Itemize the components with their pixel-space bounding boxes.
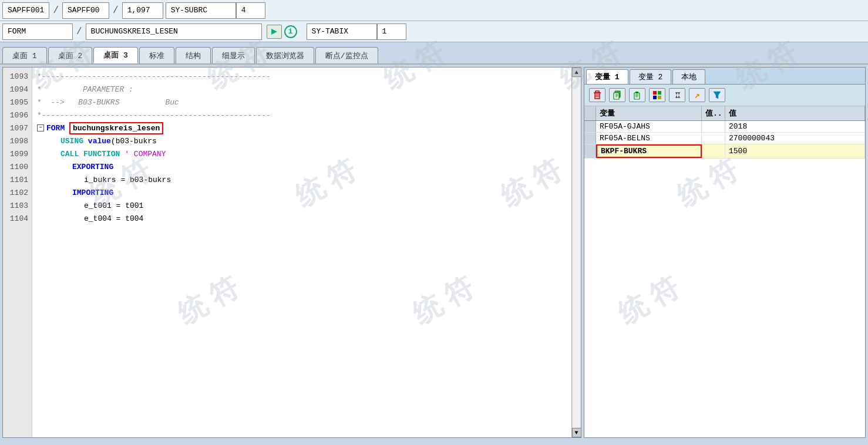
tab-desktop-3[interactable]: 桌面 3 — [93, 47, 138, 63]
tab-structure[interactable]: 结构 — [176, 47, 211, 63]
tab-data-browser[interactable]: 数据浏览器 — [256, 47, 314, 63]
tab-desktop-2[interactable]: 桌面 2 — [48, 47, 93, 63]
col-header-valtype: 值.. — [702, 106, 725, 120]
svg-rect-19 — [653, 96, 657, 99]
row-3-name: BKPF-BUKRS — [596, 144, 702, 158]
code-line-1100: EXPORTING — [37, 160, 571, 173]
scroll-up-btn[interactable]: ▲ — [572, 68, 581, 77]
line-1093: 1093 — [3, 70, 32, 83]
row-2-name: RF05A-BELNS — [596, 133, 702, 144]
paste-button[interactable] — [629, 88, 645, 102]
tab-desktop-1[interactable]: 桌面 1 — [2, 47, 47, 63]
row-3-valtype — [702, 144, 725, 158]
row-2-indicator — [584, 133, 596, 144]
code-line-1101: i_bukrs = b03-bukrs — [37, 173, 571, 186]
delete-button[interactable] — [589, 88, 605, 102]
line-numbers: 1093 1094 1095 1096 1097 1098 1099 1100 … — [3, 68, 32, 437]
svg-rect-13 — [635, 92, 638, 93]
row-1-value: 2018 — [725, 121, 865, 132]
line-1101: 1101 — [3, 173, 32, 186]
vars-table: 变量 值.. 值 RF05A-GJAHS 2018 RF05A-BELNS 27… — [584, 106, 865, 437]
color-box-button[interactable] — [649, 88, 665, 102]
tab-detail-view[interactable]: 细显示 — [212, 47, 255, 63]
go-button[interactable] — [267, 25, 282, 39]
sy-subrc-label: SY-SUBRC — [166, 2, 236, 19]
header-row-2: FORM / BUCHUNGSKREIS_LESEN i SY-TABIX 1 — [0, 21, 868, 42]
vars-table-header: 变量 值.. 值 — [584, 106, 865, 121]
vars-tab-1[interactable]: 变量 1 — [586, 69, 628, 84]
svg-marker-24 — [678, 95, 680, 98]
code-panel: 1093 1094 1095 1096 1097 1098 1099 1100 … — [2, 67, 581, 438]
header-row-1: SAPFF001 / SAPFF00 / 1,097 SY-SUBRC 4 — [0, 0, 868, 21]
program-name-1: SAPFF001 — [2, 2, 49, 19]
vars-tab-2[interactable]: 变量 2 — [630, 69, 672, 84]
svg-marker-22 — [675, 95, 678, 98]
line-number-display: 1,097 — [122, 2, 163, 19]
sy-tabix-value: 1 — [377, 23, 406, 40]
tab-standard[interactable]: 标准 — [139, 47, 174, 63]
col-header-value: 值 — [725, 106, 865, 120]
form-name-highlighted: buchungskreis_lesen — [69, 122, 163, 134]
sep-1: / — [49, 5, 62, 16]
filter-button[interactable] — [709, 88, 725, 102]
row-2-value: 2700000043 — [725, 133, 865, 144]
scroll-down-btn[interactable]: ▼ — [572, 428, 581, 437]
vars-tab-bar: 变量 1 变量 2 本地 — [584, 68, 865, 85]
export-button[interactable]: ↗ — [689, 88, 705, 102]
code-line-1094: * PARAMETER : — [37, 83, 571, 96]
vars-toolbar: ↗ — [584, 85, 865, 106]
vars-panel: 变量 1 变量 2 本地 — [584, 67, 866, 438]
row-3-indicator — [584, 144, 596, 158]
vars-tab-local[interactable]: 本地 — [672, 69, 705, 84]
sep-3: / — [73, 26, 86, 37]
row-3-value: 1500 — [725, 144, 865, 158]
row-2-valtype — [702, 133, 725, 144]
svg-rect-17 — [653, 91, 657, 95]
code-area: 1093 1094 1095 1096 1097 1098 1099 1100 … — [3, 68, 581, 437]
tab-breakpoints[interactable]: 断点/监控点 — [315, 47, 378, 63]
line-1102: 1102 — [3, 186, 32, 199]
line-1094: 1094 — [3, 83, 32, 96]
code-line-1098: USING value (b03-bukrs — [37, 134, 571, 147]
svg-marker-21 — [675, 92, 678, 95]
sy-subrc-value: 4 — [236, 2, 265, 19]
program-name-2: SAPFF00 — [62, 2, 109, 19]
svg-rect-18 — [658, 91, 661, 95]
sy-tabix-label: SY-TABIX — [307, 23, 377, 40]
copy-button[interactable] — [609, 88, 625, 102]
vars-row-1[interactable]: RF05A-GJAHS 2018 — [584, 121, 865, 133]
info-button[interactable]: i — [284, 25, 297, 38]
col-header-name: 变量 — [596, 106, 702, 120]
code-line-1104: e_t004 = t004 — [37, 212, 571, 225]
svg-rect-3 — [596, 91, 599, 93]
line-1097: 1097 — [3, 122, 32, 134]
row-1-name: RF05A-GJAHS — [596, 121, 702, 132]
code-line-1095: * --> B03-BUKRS Buc — [37, 96, 571, 109]
sort-button[interactable] — [669, 88, 685, 102]
code-line-1093: *---------------------------------------… — [37, 70, 571, 83]
line-1095: 1095 — [3, 96, 32, 109]
svg-marker-0 — [271, 29, 277, 35]
form-name-cell: BUCHUNGSKREIS_LESEN — [86, 23, 262, 40]
code-line-1103: e_t001 = t001 — [37, 199, 571, 212]
vars-row-3[interactable]: BKPF-BUKRS 1500 — [584, 144, 865, 159]
code-line-1102: IMPORTING — [37, 186, 571, 199]
line-1098: 1098 — [3, 134, 32, 147]
vars-row-2[interactable]: RF05A-BELNS 2700000043 — [584, 133, 865, 144]
svg-marker-23 — [678, 92, 680, 95]
expand-icon-1097[interactable]: − — [37, 124, 44, 132]
line-1096: 1096 — [3, 109, 32, 122]
line-1099: 1099 — [3, 147, 32, 160]
main-content-area: 1093 1094 1095 1096 1097 1098 1099 1100 … — [0, 65, 868, 440]
svg-rect-20 — [658, 96, 661, 99]
svg-marker-25 — [714, 92, 721, 99]
code-scrollbar[interactable]: ▲ ▼ — [571, 68, 581, 437]
sep-2: / — [109, 5, 122, 16]
code-line-1096: *---------------------------------------… — [37, 109, 571, 122]
line-1103: 1103 — [3, 199, 32, 212]
form-type-cell: FORM — [2, 23, 73, 40]
main-tab-bar: 桌面 1 桌面 2 桌面 3 标准 结构 细显示 数据浏览器 断点/监控点 — [0, 42, 868, 65]
row-1-indicator — [584, 121, 596, 132]
row-1-valtype — [702, 121, 725, 132]
code-content: *---------------------------------------… — [32, 68, 571, 437]
